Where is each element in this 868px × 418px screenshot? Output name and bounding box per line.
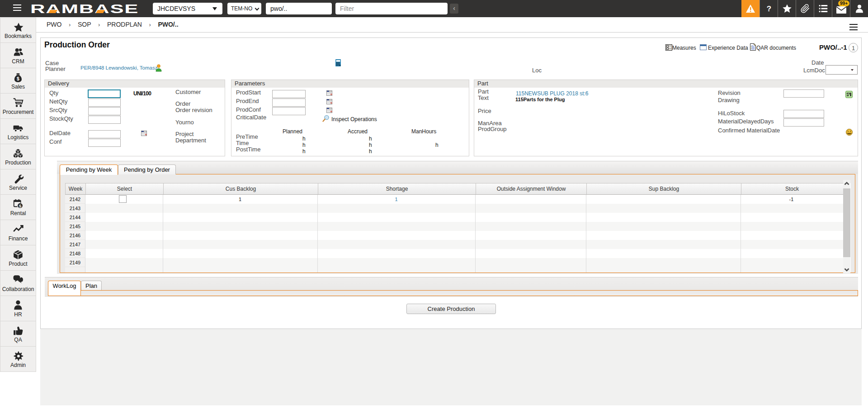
svg-text:?: ? — [766, 5, 771, 13]
svg-text:$: $ — [19, 203, 21, 208]
svg-text:RAMBASE: RAMBASE — [30, 3, 139, 14]
svg-text:$: $ — [17, 76, 19, 81]
